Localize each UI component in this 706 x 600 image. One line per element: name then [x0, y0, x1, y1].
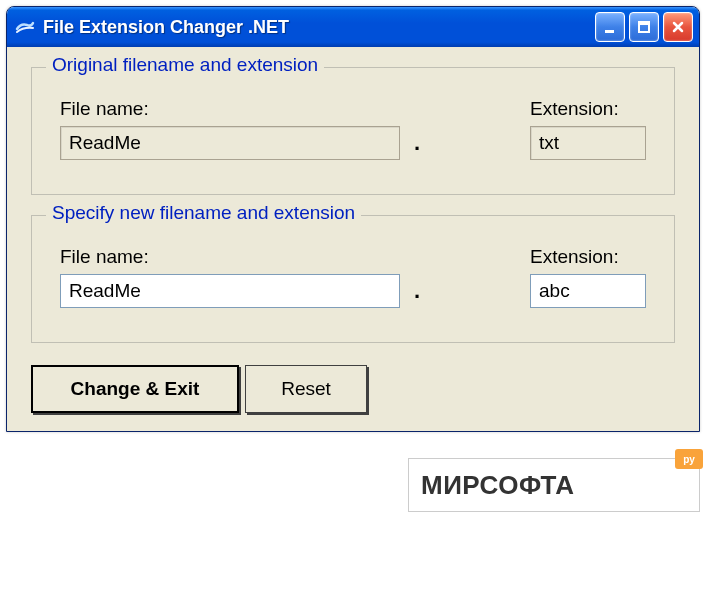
extension-field-group: Extension:: [530, 98, 646, 160]
watermark-text: МИРСОФТА: [421, 472, 575, 498]
original-extension-input[interactable]: [530, 126, 646, 160]
original-filename-group: Original filename and extension File nam…: [31, 67, 675, 195]
titlebar-buttons: [595, 12, 693, 42]
new-filename-group: Specify new filename and extension File …: [31, 215, 675, 343]
group-legend: Original filename and extension: [46, 54, 324, 76]
dot-separator: .: [400, 130, 434, 160]
window-frame: File Extension Changer .NET Original fil…: [6, 6, 700, 432]
filename-label: File name:: [60, 98, 400, 120]
extension-label: Extension:: [530, 246, 646, 268]
window-title: File Extension Changer .NET: [43, 17, 595, 38]
titlebar[interactable]: File Extension Changer .NET: [7, 7, 699, 47]
input-row: File name: . Extension:: [60, 98, 646, 160]
change-and-exit-button[interactable]: Change & Exit: [31, 365, 239, 413]
svg-rect-0: [605, 30, 614, 33]
input-row: File name: . Extension:: [60, 246, 646, 308]
extension-field-group: Extension:: [530, 246, 646, 308]
original-filename-input[interactable]: [60, 126, 400, 160]
watermark-overlay: ру МИРСОФТА: [408, 458, 700, 512]
close-button[interactable]: [663, 12, 693, 42]
watermark-badge: ру: [675, 449, 703, 469]
dot-separator: .: [400, 278, 434, 308]
app-window: File Extension Changer .NET Original fil…: [0, 0, 706, 600]
filename-field-group: File name:: [60, 98, 400, 160]
extension-label: Extension:: [530, 98, 646, 120]
reset-button[interactable]: Reset: [245, 365, 367, 413]
group-legend: Specify new filename and extension: [46, 202, 361, 224]
new-filename-input[interactable]: [60, 274, 400, 308]
maximize-button[interactable]: [629, 12, 659, 42]
filename-field-group: File name:: [60, 246, 400, 308]
action-button-row: Change & Exit Reset: [31, 363, 675, 413]
client-area: Original filename and extension File nam…: [7, 47, 699, 431]
app-icon: [15, 17, 35, 37]
minimize-button[interactable]: [595, 12, 625, 42]
filename-label: File name:: [60, 246, 400, 268]
new-extension-input[interactable]: [530, 274, 646, 308]
svg-rect-2: [639, 22, 649, 25]
